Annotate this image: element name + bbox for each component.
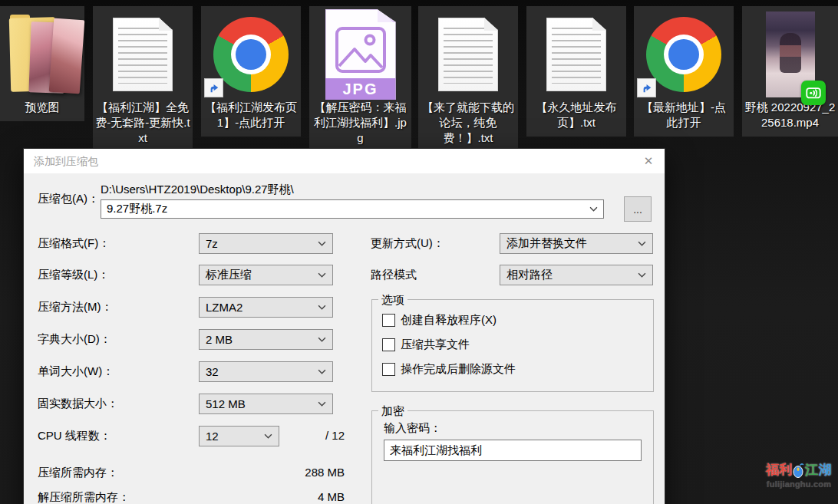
chevron-down-icon <box>318 272 326 278</box>
archive-label: 压缩包(A)： <box>38 192 99 206</box>
desktop-icon-jpg-file[interactable]: JPG 【解压密码：来福利江湖找福利】.jpg <box>309 6 411 152</box>
path-mode-select[interactable]: 相对路径 <box>500 265 653 285</box>
archive-name-combobox[interactable]: 9.27野桃.7z <box>101 199 604 219</box>
level-select[interactable]: 标准压缩 <box>199 265 333 285</box>
watermark-text-jiang: 江 <box>805 461 818 479</box>
chevron-down-icon <box>318 305 326 310</box>
archive-path: D:\Users\HTZ2019\Desktop\9.27野桃\ <box>101 183 294 197</box>
icon-label: 预览图 <box>25 100 60 115</box>
chevron-down-icon <box>264 433 272 439</box>
method-select[interactable]: LZMA2 <box>199 297 333 318</box>
photo-preview <box>49 18 85 94</box>
text-file-icon <box>95 9 190 100</box>
memory-compress-value: 288 MB <box>199 466 345 479</box>
shortcut-arrow-icon <box>637 78 656 97</box>
browse-button[interactable]: ... <box>624 196 652 222</box>
watermark-text-fuli: 福利 <box>766 461 792 479</box>
video-thumbnail <box>744 9 836 100</box>
dictionary-select[interactable]: 2 MB <box>199 329 333 350</box>
dictionary-value: 2 MB <box>206 333 233 346</box>
memory-decompress-label: 解压缩所需内存： <box>38 490 130 504</box>
create-sfx-label: 创建自释放程序(X) <box>401 313 497 328</box>
image-glyph-icon <box>335 26 387 74</box>
cpu-threads-value: 12 <box>206 430 219 443</box>
password-input[interactable] <box>384 440 642 461</box>
icon-label: 【永久地址发布页】.txt <box>529 100 624 130</box>
delete-after-label: 操作完成后删除源文件 <box>401 362 516 377</box>
text-file-icon <box>421 9 516 100</box>
text-file-icon <box>529 9 624 100</box>
word-size-select[interactable]: 32 <box>199 361 333 382</box>
options-group: 选项 创建自释放程序(X) 压缩共享文件 操作完成后删除源文件 <box>371 299 654 392</box>
update-mode-label: 更新方式(U)： <box>371 236 444 251</box>
format-select[interactable]: 7z <box>199 233 333 254</box>
icon-label: 【解压密码：来福利江湖找福利】.jpg <box>313 100 408 146</box>
dialog-title: 添加到压缩包 <box>34 155 98 169</box>
solid-block-label: 固实数据大小： <box>38 397 118 411</box>
chevron-down-icon <box>318 241 326 246</box>
chrome-icon <box>636 9 731 100</box>
password-label: 输入密码： <box>384 421 441 436</box>
icon-label: 【最新地址】-点此打开 <box>636 100 731 130</box>
compress-shared-label: 压缩共享文件 <box>401 338 470 352</box>
chevron-down-icon <box>318 401 326 407</box>
shortcut-arrow-icon <box>204 78 223 97</box>
solid-block-select[interactable]: 512 MB <box>199 394 333 414</box>
options-group-title: 选项 <box>378 293 407 308</box>
jpg-badge: JPG <box>325 78 396 100</box>
desktop-icon-txt-file[interactable]: 【永久地址发布页】.txt <box>526 6 626 137</box>
level-label: 压缩等级(L)： <box>38 268 109 282</box>
watermark-domain: fulijianghu.com <box>762 479 836 489</box>
archive-name-value: 9.27野桃.7z <box>107 202 167 216</box>
path-mode-value: 相对路径 <box>506 268 553 282</box>
level-value: 标准压缩 <box>206 268 252 282</box>
desktop-icon-preview-folder[interactable]: 预览图 <box>0 6 84 121</box>
memory-decompress-value: 4 MB <box>199 490 345 503</box>
chrome-icon <box>203 9 299 100</box>
desktop-icon-txt-file[interactable]: 【福利江湖】全免费-无套路-更新快.txt <box>93 6 193 152</box>
delete-after-checkbox[interactable] <box>382 363 395 376</box>
jpg-file-icon: JPG <box>312 9 409 100</box>
watermark-text-hu: 湖 <box>819 461 832 479</box>
chevron-down-icon <box>589 206 598 212</box>
dictionary-label: 字典大小(D)： <box>38 332 111 347</box>
icon-label: 【福利江湖发布页1】-点此打开 <box>203 100 299 130</box>
chevron-down-icon <box>318 369 326 374</box>
desktop-icon-txt-file[interactable]: 【来了就能下载的论坛，纯免费！】.txt <box>418 6 518 152</box>
icon-label: 【福利江湖】全免费-无套路-更新快.txt <box>95 100 190 146</box>
chevron-down-icon <box>318 337 326 342</box>
close-icon[interactable]: ✕ <box>637 151 660 171</box>
mouse-icon <box>793 463 804 478</box>
encryption-group: 加密 输入密码： <box>371 410 654 504</box>
dialog-body: 压缩包(A)： D:\Users\HTZ2019\Desktop\9.27野桃\… <box>24 173 665 504</box>
site-watermark: 福利 江湖 fulijianghu.com <box>762 461 836 489</box>
cpu-threads-label: CPU 线程数： <box>38 429 111 443</box>
cpu-threads-total: / 12 <box>277 429 345 442</box>
icon-label: 【来了就能下载的论坛，纯免费！】.txt <box>421 100 516 146</box>
format-label: 压缩格式(F)： <box>38 236 110 251</box>
cast-sound-icon <box>801 81 826 105</box>
update-mode-value: 添加并替换文件 <box>506 236 587 251</box>
update-mode-select[interactable]: 添加并替换文件 <box>500 233 653 254</box>
word-size-value: 32 <box>206 365 219 378</box>
compress-shared-checkbox[interactable] <box>382 338 395 351</box>
dialog-titlebar[interactable]: 添加到压缩包 ✕ <box>24 149 665 173</box>
solid-block-value: 512 MB <box>206 397 246 410</box>
method-value: LZMA2 <box>206 301 242 314</box>
chevron-down-icon <box>638 241 646 246</box>
folder-icon <box>2 9 82 100</box>
person-silhouette <box>780 33 801 73</box>
desktop-icon-chrome-shortcut[interactable]: 【福利江湖发布页1】-点此打开 <box>201 6 301 137</box>
desktop-icon-video-file[interactable]: 野桃 20220927_225618.mp4 <box>742 6 838 137</box>
desktop-icon-chrome-shortcut[interactable]: 【最新地址】-点此打开 <box>634 6 734 137</box>
chevron-down-icon <box>638 272 646 278</box>
method-label: 压缩方法(M)： <box>38 300 113 315</box>
format-value: 7z <box>206 237 218 250</box>
memory-compress-label: 压缩所需内存： <box>38 466 118 480</box>
add-to-archive-dialog: 添加到压缩包 ✕ 压缩包(A)： D:\Users\HTZ2019\Deskto… <box>23 148 665 504</box>
cpu-threads-select[interactable]: 12 <box>199 426 279 446</box>
word-size-label: 单词大小(W)： <box>38 364 114 379</box>
create-sfx-checkbox[interactable] <box>382 314 395 327</box>
path-mode-label: 路径模式 <box>371 268 417 282</box>
encryption-group-title: 加密 <box>378 404 407 419</box>
